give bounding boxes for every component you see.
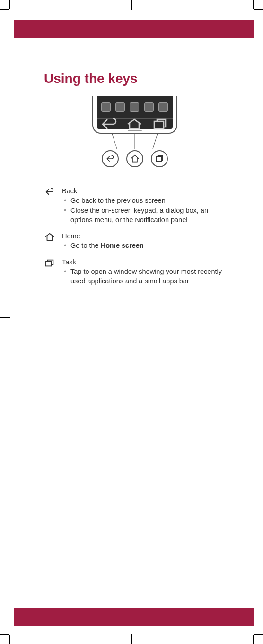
phone-bottom-illustration (92, 96, 177, 134)
home-icon (44, 231, 55, 243)
crop-mark (254, 634, 263, 635)
key-icon-row (102, 150, 168, 167)
phone-speaker (93, 129, 176, 133)
app-icon (158, 102, 168, 112)
app-icon (130, 102, 139, 112)
key-bullets: Tap to open a window showing your most r… (62, 267, 225, 286)
nav-back-key (100, 120, 119, 128)
app-icon (101, 102, 111, 112)
bullet-item: Go to the Home screen (62, 241, 225, 250)
key-descriptions-list: Back Go back to the previous screen Clos… (44, 186, 225, 286)
svg-rect-0 (154, 121, 164, 129)
task-icon (155, 154, 164, 163)
key-content: Back Go back to the previous screen Clos… (62, 186, 225, 225)
crop-mark (253, 0, 254, 9)
crop-mark (253, 635, 254, 644)
key-bullets: Go to the Home screen (62, 241, 225, 250)
svg-line-3 (153, 134, 158, 149)
header-bar (14, 20, 254, 38)
crop-mark (0, 634, 9, 635)
key-name: Task (62, 257, 225, 267)
key-bullets: Go back to the previous screen Close the… (62, 196, 225, 225)
home-icon-circle (126, 150, 143, 167)
app-icon (144, 102, 154, 112)
page-title: Using the keys (44, 71, 225, 86)
app-icon (115, 102, 125, 112)
crop-mark (9, 635, 10, 644)
crop-mark (132, 634, 132, 644)
svg-line-1 (112, 134, 117, 149)
back-icon (105, 154, 115, 163)
nav-task-key (150, 120, 169, 128)
nav-keys-row (97, 118, 173, 129)
back-icon (44, 186, 55, 198)
key-item-back: Back Go back to the previous screen Clos… (44, 186, 225, 225)
key-name: Home (62, 231, 225, 241)
key-content: Task Tap to open a window showing your m… (62, 257, 225, 286)
crop-mark (254, 9, 263, 10)
key-item-task: Task Tap to open a window showing your m… (44, 257, 225, 286)
crop-mark (0, 317, 10, 318)
crop-mark (0, 9, 9, 10)
footer-bar (14, 608, 254, 626)
bullet-item: Close the on-screen keypad, a dialog box… (62, 206, 225, 225)
key-content: Home Go to the Home screen (62, 231, 225, 251)
app-dock-row (97, 96, 173, 118)
task-icon (44, 257, 55, 269)
task-icon-circle (151, 150, 168, 167)
back-icon-circle (102, 150, 119, 167)
leader-lines (92, 134, 177, 150)
nav-home-key (125, 120, 144, 128)
key-name: Back (62, 186, 225, 196)
key-item-home: Home Go to the Home screen (44, 231, 225, 251)
phone-diagram (44, 96, 225, 167)
phone-screen (97, 96, 173, 129)
svg-rect-5 (46, 261, 52, 266)
crop-mark (9, 0, 10, 9)
bullet-item: Tap to open a window showing your most r… (62, 267, 225, 286)
page-content: Using the keys (44, 71, 225, 597)
svg-rect-4 (156, 157, 161, 162)
bullet-item: Go back to the previous screen (62, 196, 225, 205)
home-icon (130, 154, 140, 163)
crop-mark (132, 0, 132, 10)
